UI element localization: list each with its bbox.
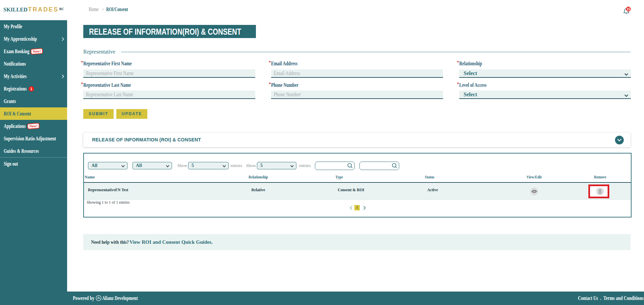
svg-text:15: 15 xyxy=(626,7,631,11)
